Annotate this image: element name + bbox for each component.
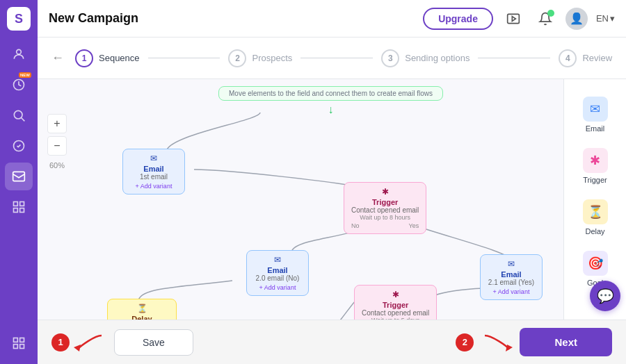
- canvas-hint: Move elements to the field and connect t…: [218, 86, 443, 101]
- sidebar-item-contacts[interactable]: [5, 40, 33, 68]
- trigger-2-icon: ✱: [362, 290, 429, 299]
- step-4-label: Review: [582, 53, 612, 63]
- sidebar-item-integrations[interactable]: [5, 193, 33, 221]
- trigger-1-sub: Contact opened email: [351, 206, 419, 214]
- zoom-in-button[interactable]: +: [47, 114, 67, 133]
- chat-button[interactable]: 💬: [590, 281, 620, 311]
- email-21-title: Email: [488, 270, 535, 279]
- trigger-2-sub: Contact opened email: [362, 309, 429, 317]
- node-email-1st[interactable]: ✉ Email 1st email + Add variant: [122, 149, 185, 195]
- notifications-icon[interactable]: [533, 7, 557, 31]
- movie-icon[interactable]: [501, 7, 525, 31]
- add-variant-1[interactable]: + Add variant: [130, 183, 177, 190]
- node-trigger-2[interactable]: ✱ Trigger Contact opened email Wait up t…: [354, 285, 437, 320]
- panel-trigger[interactable]: ✱ Trigger: [572, 142, 619, 190]
- svg-marker-16: [74, 345, 81, 351]
- trigger-node-icon: ✱: [351, 187, 419, 197]
- panel-trigger-icon: ✱: [583, 148, 608, 173]
- panel-delay-label: Delay: [585, 227, 604, 235]
- page-title: New Campaign: [49, 11, 415, 26]
- svg-point-2: [14, 110, 22, 119]
- svg-rect-12: [14, 345, 18, 349]
- svg-rect-6: [14, 202, 18, 206]
- sidebar-item-campaigns[interactable]: [5, 163, 33, 190]
- panel-delay-icon: ⏳: [583, 199, 608, 224]
- step-1-label: Sequence: [99, 53, 140, 63]
- avatar[interactable]: 👤: [565, 8, 588, 30]
- email-21-sub: 2.1 email (Yes): [488, 279, 535, 286]
- step-1[interactable]: 1 Sequence: [75, 49, 140, 67]
- step-2[interactable]: 2 Prospects: [228, 49, 292, 67]
- node-email-21[interactable]: ✉ Email 2.1 email (Yes) + Add variant: [480, 254, 543, 300]
- panel-trigger-label: Trigger: [583, 176, 607, 184]
- step-3-circle: 3: [381, 49, 399, 67]
- zoom-level: 60%: [47, 161, 67, 169]
- panel-email[interactable]: ✉ Email: [572, 90, 619, 139]
- zoom-out-button[interactable]: −: [47, 136, 67, 156]
- step-4-circle: 4: [559, 49, 577, 67]
- main-content: New Campaign Upgrade 👤 EN ▾ ← 1 Sequence…: [38, 0, 626, 364]
- step-line-2: [300, 58, 373, 58]
- svg-rect-9: [20, 208, 24, 213]
- save-section: 1 Save: [51, 329, 193, 356]
- sidebar-item-search[interactable]: [5, 101, 33, 129]
- add-variant-20[interactable]: + Add variant: [254, 284, 301, 291]
- next-button[interactable]: Next: [520, 328, 612, 356]
- add-variant-21[interactable]: + Add variant: [488, 288, 535, 295]
- svg-rect-11: [20, 338, 24, 342]
- step-4[interactable]: 4 Review: [559, 49, 612, 67]
- node-email-20[interactable]: ✉ Email 2.0 email (No) + Add variant: [246, 250, 309, 296]
- annotation-1-arrow: [74, 332, 109, 353]
- start-arrow: ↓: [218, 104, 443, 116]
- upgrade-button[interactable]: Upgrade: [423, 8, 493, 30]
- sidebar-item-billing[interactable]: NEW: [5, 71, 33, 99]
- back-button[interactable]: ←: [51, 51, 64, 65]
- step-3-label: Sending options: [405, 53, 470, 63]
- trigger-1-detail: Wait up to 8 hours: [351, 214, 419, 221]
- node-delay[interactable]: ⏳ Delay Set a delay Wait up to 3 days: [107, 299, 177, 320]
- panel-delay[interactable]: ⏳ Delay: [572, 193, 619, 242]
- email-20-icon: ✉: [254, 255, 301, 265]
- trigger-1-yes: Yes: [409, 222, 419, 229]
- trigger-1-title: Trigger: [351, 198, 419, 206]
- sidebar-item-grid[interactable]: [5, 329, 33, 357]
- trigger-1-no: No: [351, 222, 360, 229]
- trigger-2-title: Trigger: [362, 301, 429, 309]
- bottom-bar: 1 Save 2 Next: [38, 320, 626, 364]
- new-badge: NEW: [19, 72, 31, 78]
- annotation-2-arrow: [478, 332, 513, 353]
- flow-canvas-area: + − 60% Move elements to the field and c…: [38, 79, 626, 320]
- email-20-title: Email: [254, 266, 301, 274]
- panel-email-label: Email: [586, 124, 605, 133]
- step-line-1: [148, 58, 220, 58]
- panel-goal-icon: 🎯: [583, 251, 608, 276]
- sidebar-logo[interactable]: S: [7, 7, 31, 31]
- svg-rect-5: [13, 172, 25, 181]
- delay-icon: ⏳: [115, 304, 169, 313]
- svg-rect-7: [20, 202, 24, 206]
- annotation-1-badge: 1: [51, 333, 70, 351]
- stepper: ← 1 Sequence 2 Prospects 3 Sending optio…: [38, 38, 626, 79]
- next-section: 2 Next: [456, 328, 612, 356]
- email-node-icon: ✉: [130, 154, 177, 163]
- topbar: New Campaign Upgrade 👤 EN ▾: [38, 0, 626, 38]
- email-20-sub: 2.0 email (No): [254, 274, 301, 282]
- panel-email-icon: ✉: [583, 97, 608, 122]
- notification-badge: [547, 10, 554, 17]
- step-2-circle: 2: [228, 49, 246, 67]
- svg-rect-13: [20, 345, 24, 349]
- save-button[interactable]: Save: [114, 329, 193, 356]
- sidebar-item-tasks[interactable]: [5, 132, 33, 160]
- step-3[interactable]: 3 Sending options: [381, 49, 470, 67]
- svg-point-0: [17, 49, 22, 54]
- language-selector[interactable]: EN ▾: [596, 13, 615, 24]
- trigger-2-detail: Wait up to 5 days: [362, 317, 429, 320]
- sidebar: S NEW: [0, 0, 38, 364]
- svg-marker-15: [512, 16, 515, 21]
- step-1-circle: 1: [75, 49, 93, 67]
- node-trigger-1[interactable]: ✱ Trigger Contact opened email Wait up t…: [344, 182, 426, 234]
- step-2-label: Prospects: [252, 53, 292, 63]
- delay-title: Delay: [115, 315, 169, 320]
- step-line-3: [478, 58, 550, 58]
- email-21-icon: ✉: [488, 259, 535, 269]
